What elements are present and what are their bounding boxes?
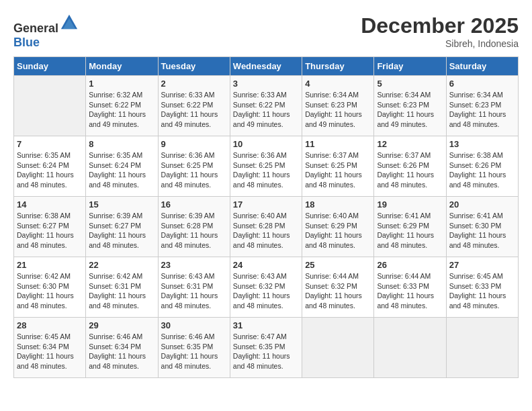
location-subtitle: Sibreh, Indonesia bbox=[361, 38, 519, 49]
cell-info: Sunrise: 6:34 AMSunset: 6:23 PMDaylight:… bbox=[449, 90, 515, 130]
calendar-cell: 23Sunrise: 6:43 AMSunset: 6:31 PMDayligh… bbox=[158, 257, 230, 318]
calendar-cell: 2Sunrise: 6:33 AMSunset: 6:22 PMDaylight… bbox=[158, 76, 230, 136]
day-number: 10 bbox=[233, 139, 299, 149]
calendar-table: SundayMondayTuesdayWednesdayThursdayFrid… bbox=[13, 56, 519, 378]
cell-info: Sunrise: 6:39 AMSunset: 6:27 PMDaylight:… bbox=[89, 211, 154, 250]
col-header-thursday: Thursday bbox=[302, 57, 374, 76]
day-number: 11 bbox=[305, 139, 371, 149]
day-number: 26 bbox=[377, 260, 443, 270]
calendar-cell: 15Sunrise: 6:39 AMSunset: 6:27 PMDayligh… bbox=[86, 197, 158, 257]
cell-info: Sunrise: 6:41 AMSunset: 6:30 PMDaylight:… bbox=[449, 211, 515, 250]
day-number: 12 bbox=[377, 139, 443, 149]
cell-info: Sunrise: 6:43 AMSunset: 6:32 PMDaylight:… bbox=[233, 271, 299, 311]
cell-info: Sunrise: 6:37 AMSunset: 6:26 PMDaylight:… bbox=[377, 150, 443, 190]
day-number: 14 bbox=[17, 199, 83, 210]
calendar-cell: 24Sunrise: 6:43 AMSunset: 6:32 PMDayligh… bbox=[230, 257, 302, 318]
day-number: 1 bbox=[89, 79, 154, 89]
col-header-sunday: Sunday bbox=[14, 57, 86, 76]
cell-info: Sunrise: 6:39 AMSunset: 6:28 PMDaylight:… bbox=[161, 211, 227, 250]
logo-blue: Blue bbox=[13, 36, 40, 49]
month-year-title: December 2025 bbox=[361, 13, 519, 38]
cell-info: Sunrise: 6:38 AMSunset: 6:27 PMDaylight:… bbox=[17, 211, 83, 250]
calendar-cell: 3Sunrise: 6:33 AMSunset: 6:22 PMDaylight… bbox=[230, 76, 302, 136]
calendar-cell: 27Sunrise: 6:45 AMSunset: 6:33 PMDayligh… bbox=[446, 257, 518, 318]
cell-info: Sunrise: 6:42 AMSunset: 6:31 PMDaylight:… bbox=[89, 271, 154, 311]
calendar-cell: 16Sunrise: 6:39 AMSunset: 6:28 PMDayligh… bbox=[158, 197, 230, 257]
day-number: 28 bbox=[17, 320, 83, 330]
cell-info: Sunrise: 6:46 AMSunset: 6:34 PMDaylight:… bbox=[89, 332, 154, 371]
calendar-cell: 4Sunrise: 6:34 AMSunset: 6:23 PMDaylight… bbox=[302, 76, 374, 136]
day-number: 30 bbox=[161, 320, 227, 330]
calendar-cell: 30Sunrise: 6:46 AMSunset: 6:35 PMDayligh… bbox=[158, 318, 230, 378]
calendar-cell: 20Sunrise: 6:41 AMSunset: 6:30 PMDayligh… bbox=[446, 197, 518, 257]
day-number: 29 bbox=[89, 320, 154, 330]
day-number: 21 bbox=[17, 260, 83, 270]
day-number: 8 bbox=[89, 139, 154, 149]
calendar-cell: 8Sunrise: 6:35 AMSunset: 6:24 PMDaylight… bbox=[86, 136, 158, 197]
calendar-week-5: 28Sunrise: 6:45 AMSunset: 6:34 PMDayligh… bbox=[14, 318, 519, 378]
day-number: 17 bbox=[233, 199, 299, 210]
cell-info: Sunrise: 6:34 AMSunset: 6:23 PMDaylight:… bbox=[305, 90, 371, 130]
calendar-cell bbox=[302, 318, 374, 378]
calendar-cell: 5Sunrise: 6:34 AMSunset: 6:23 PMDaylight… bbox=[374, 76, 446, 136]
day-number: 13 bbox=[449, 139, 515, 149]
day-number: 19 bbox=[377, 199, 443, 210]
day-number: 22 bbox=[89, 260, 154, 270]
cell-info: Sunrise: 6:36 AMSunset: 6:25 PMDaylight:… bbox=[161, 150, 227, 190]
calendar-cell bbox=[374, 318, 446, 378]
cell-info: Sunrise: 6:44 AMSunset: 6:33 PMDaylight:… bbox=[377, 271, 443, 311]
col-header-monday: Monday bbox=[86, 57, 158, 76]
calendar-cell: 19Sunrise: 6:41 AMSunset: 6:29 PMDayligh… bbox=[374, 197, 446, 257]
day-number: 16 bbox=[161, 199, 227, 210]
day-number: 31 bbox=[233, 320, 299, 330]
day-number: 25 bbox=[305, 260, 371, 270]
col-header-tuesday: Tuesday bbox=[158, 57, 230, 76]
cell-info: Sunrise: 6:35 AMSunset: 6:24 PMDaylight:… bbox=[17, 150, 83, 190]
calendar-cell bbox=[14, 76, 86, 136]
calendar-cell: 9Sunrise: 6:36 AMSunset: 6:25 PMDaylight… bbox=[158, 136, 230, 197]
day-number: 6 bbox=[449, 79, 515, 89]
calendar-cell: 25Sunrise: 6:44 AMSunset: 6:32 PMDayligh… bbox=[302, 257, 374, 318]
logo-general: General bbox=[13, 21, 58, 35]
day-number: 7 bbox=[17, 139, 83, 149]
cell-info: Sunrise: 6:35 AMSunset: 6:24 PMDaylight:… bbox=[89, 150, 154, 190]
calendar-cell: 29Sunrise: 6:46 AMSunset: 6:34 PMDayligh… bbox=[86, 318, 158, 378]
cell-info: Sunrise: 6:47 AMSunset: 6:35 PMDaylight:… bbox=[233, 332, 299, 371]
cell-info: Sunrise: 6:37 AMSunset: 6:25 PMDaylight:… bbox=[305, 150, 371, 190]
day-number: 27 bbox=[449, 260, 515, 270]
calendar-week-2: 7Sunrise: 6:35 AMSunset: 6:24 PMDaylight… bbox=[14, 136, 519, 197]
logo-text: General Blue bbox=[13, 13, 79, 50]
day-number: 4 bbox=[305, 79, 371, 89]
calendar-cell: 22Sunrise: 6:42 AMSunset: 6:31 PMDayligh… bbox=[86, 257, 158, 318]
cell-info: Sunrise: 6:34 AMSunset: 6:23 PMDaylight:… bbox=[377, 90, 443, 130]
day-number: 20 bbox=[449, 199, 515, 210]
cell-info: Sunrise: 6:45 AMSunset: 6:34 PMDaylight:… bbox=[17, 332, 83, 371]
calendar-cell: 26Sunrise: 6:44 AMSunset: 6:33 PMDayligh… bbox=[374, 257, 446, 318]
title-block: December 2025 Sibreh, Indonesia bbox=[361, 13, 519, 49]
calendar-cell: 31Sunrise: 6:47 AMSunset: 6:35 PMDayligh… bbox=[230, 318, 302, 378]
calendar-cell: 13Sunrise: 6:38 AMSunset: 6:26 PMDayligh… bbox=[446, 136, 518, 197]
day-number: 24 bbox=[233, 260, 299, 270]
col-header-wednesday: Wednesday bbox=[230, 57, 302, 76]
col-header-saturday: Saturday bbox=[446, 57, 518, 76]
col-header-friday: Friday bbox=[374, 57, 446, 76]
day-number: 2 bbox=[161, 79, 227, 89]
cell-info: Sunrise: 6:36 AMSunset: 6:25 PMDaylight:… bbox=[233, 150, 299, 190]
cell-info: Sunrise: 6:40 AMSunset: 6:28 PMDaylight:… bbox=[233, 211, 299, 250]
calendar-cell: 21Sunrise: 6:42 AMSunset: 6:30 PMDayligh… bbox=[14, 257, 86, 318]
cell-info: Sunrise: 6:33 AMSunset: 6:22 PMDaylight:… bbox=[161, 90, 227, 130]
calendar-cell: 6Sunrise: 6:34 AMSunset: 6:23 PMDaylight… bbox=[446, 76, 518, 136]
calendar-cell: 12Sunrise: 6:37 AMSunset: 6:26 PMDayligh… bbox=[374, 136, 446, 197]
day-number: 23 bbox=[161, 260, 227, 270]
calendar-cell: 1Sunrise: 6:32 AMSunset: 6:22 PMDaylight… bbox=[86, 76, 158, 136]
calendar-header-row: SundayMondayTuesdayWednesdayThursdayFrid… bbox=[14, 57, 519, 76]
page-header: General Blue December 2025 Sibreh, Indon… bbox=[13, 13, 519, 50]
cell-info: Sunrise: 6:42 AMSunset: 6:30 PMDaylight:… bbox=[17, 271, 83, 311]
day-number: 3 bbox=[233, 79, 299, 89]
calendar-cell: 11Sunrise: 6:37 AMSunset: 6:25 PMDayligh… bbox=[302, 136, 374, 197]
cell-info: Sunrise: 6:40 AMSunset: 6:29 PMDaylight:… bbox=[305, 211, 371, 250]
calendar-week-1: 1Sunrise: 6:32 AMSunset: 6:22 PMDaylight… bbox=[14, 76, 519, 136]
cell-info: Sunrise: 6:44 AMSunset: 6:32 PMDaylight:… bbox=[305, 271, 371, 311]
calendar-cell: 14Sunrise: 6:38 AMSunset: 6:27 PMDayligh… bbox=[14, 197, 86, 257]
calendar-cell: 17Sunrise: 6:40 AMSunset: 6:28 PMDayligh… bbox=[230, 197, 302, 257]
